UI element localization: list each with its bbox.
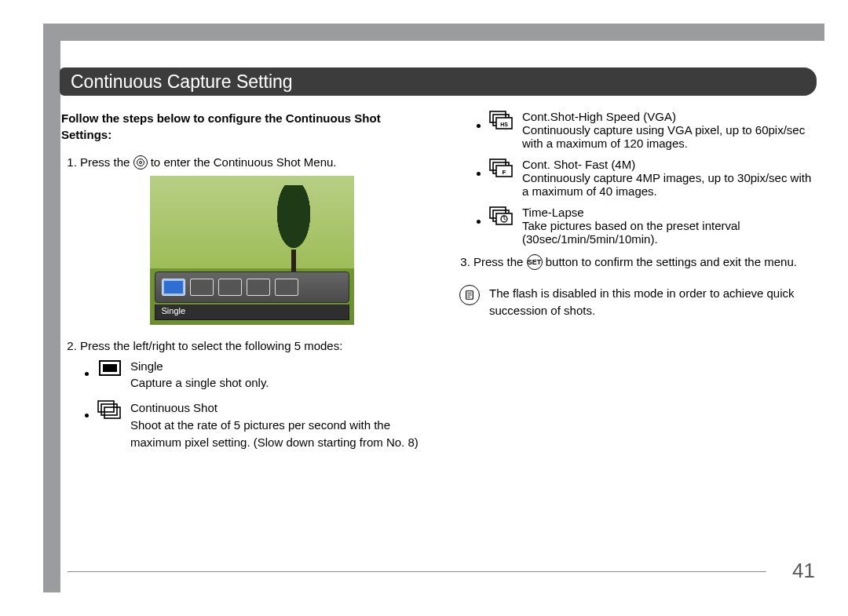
mode-hs-name: Cont.Shot-High Speed (VGA) bbox=[522, 110, 817, 123]
mode-cont-name: Continuous Shot bbox=[130, 399, 423, 417]
footer-rule bbox=[68, 571, 766, 572]
mode-fast-name: Cont. Shot- Fast (4M) bbox=[522, 158, 817, 171]
step-1: Press the to enter the Continuous Shot M… bbox=[80, 154, 423, 325]
column-left: Follow the steps below to configure the … bbox=[61, 110, 423, 460]
page-frame-left bbox=[43, 24, 60, 592]
svg-rect-3 bbox=[101, 404, 117, 415]
high-speed-icon: HS bbox=[489, 111, 514, 129]
screenshot-label: Single bbox=[155, 304, 349, 320]
mode-tl-desc: Take pictures based on the preset interv… bbox=[522, 219, 740, 246]
step-3: Press the SET button to confirm the sett… bbox=[473, 253, 817, 271]
menu-item-single bbox=[162, 279, 185, 296]
intro-text: Follow the steps below to configure the … bbox=[61, 110, 423, 143]
page-number: 41 bbox=[792, 559, 815, 583]
screenshot-menu bbox=[155, 272, 349, 303]
step3-text-b: button to confirm the settings and exit … bbox=[546, 255, 797, 268]
mode-hs: HS Cont.Shot-High Speed (VGA) Continuous… bbox=[489, 110, 817, 150]
section-title: Continuous Capture Setting bbox=[60, 67, 817, 96]
note-icon bbox=[459, 285, 480, 305]
screenshot-sky bbox=[150, 176, 354, 268]
mode-tl-name: Time-Lapse bbox=[522, 206, 817, 219]
svg-text:HS: HS bbox=[500, 122, 508, 127]
menu-item-tl bbox=[275, 279, 298, 296]
mode-timelapse: Time-Lapse Take pictures based on the pr… bbox=[489, 206, 817, 246]
fast-icon: F bbox=[489, 159, 514, 177]
step-2: Press the left/right to select the follo… bbox=[80, 337, 423, 451]
step3-text-a: Press the bbox=[473, 255, 527, 268]
mode-fast: F Cont. Shot- Fast (4M) Continuously cap… bbox=[489, 158, 817, 198]
steps-list-left: Press the to enter the Continuous Shot M… bbox=[61, 154, 423, 450]
svg-rect-2 bbox=[98, 401, 114, 412]
modes-list-left: Single Capture a single shot only. Conti… bbox=[80, 358, 423, 451]
note-text: The flash is disabled in this mode in or… bbox=[489, 285, 817, 319]
mode-continuous: Continuous Shot Shoot at the rate of 5 p… bbox=[97, 399, 423, 450]
step1-text-b: to enter the Continuous Shot Menu. bbox=[151, 155, 337, 169]
svg-rect-4 bbox=[104, 407, 120, 418]
modes-list-right: HS Cont.Shot-High Speed (VGA) Continuous… bbox=[455, 110, 817, 246]
camera-screenshot: Single bbox=[150, 176, 354, 325]
step1-text-a: Press the bbox=[80, 155, 133, 169]
step2-text: Press the left/right to select the follo… bbox=[80, 339, 342, 352]
mode-fast-desc: Continuously capture 4MP images, up to 3… bbox=[522, 171, 811, 198]
mode-cont-desc: Shoot at the rate of 5 pictures per seco… bbox=[130, 418, 419, 449]
column-right: HS Cont.Shot-High Speed (VGA) Continuous… bbox=[455, 110, 817, 460]
set-button-icon: SET bbox=[527, 254, 543, 270]
screenshot-tree bbox=[272, 185, 315, 257]
continuous-icon bbox=[97, 400, 122, 419]
svg-text:F: F bbox=[503, 169, 506, 176]
page-frame-top bbox=[43, 24, 824, 41]
menu-item-fast bbox=[247, 279, 270, 296]
single-icon bbox=[97, 359, 122, 377]
menu-item-cont bbox=[190, 279, 214, 296]
menu-item-hs bbox=[218, 279, 242, 296]
mode-single: Single Capture a single shot only. bbox=[97, 358, 423, 392]
timelapse-icon bbox=[489, 206, 514, 225]
mode-hs-desc: Continuously capture using VGA pixel, up… bbox=[522, 123, 805, 150]
mode-single-desc: Capture a single shot only. bbox=[130, 376, 269, 389]
steps-list-right: Press the SET button to confirm the sett… bbox=[455, 253, 817, 271]
mode-single-name: Single bbox=[130, 358, 423, 375]
note: The flash is disabled in this mode in or… bbox=[455, 285, 817, 319]
svg-rect-1 bbox=[103, 364, 117, 372]
content-columns: Follow the steps below to configure the … bbox=[61, 110, 817, 460]
continuous-shot-button-icon bbox=[133, 155, 148, 169]
